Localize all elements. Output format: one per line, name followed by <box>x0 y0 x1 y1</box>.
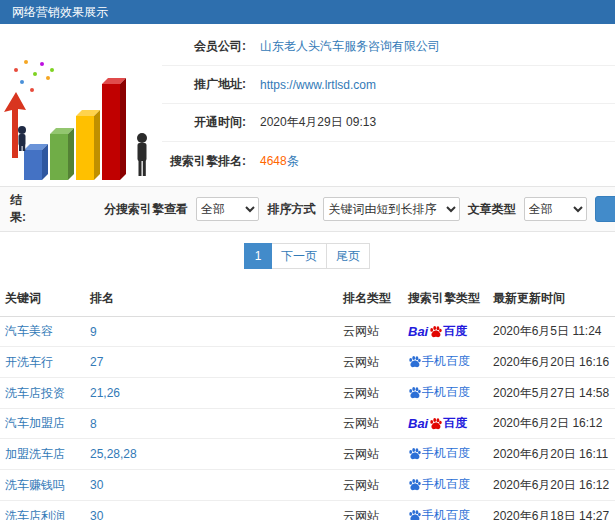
promo-url-label: 推广地址: <box>162 76 246 93</box>
engine-cell: 手机百度 <box>408 357 470 371</box>
submit-button[interactable]: 提交 <box>595 196 615 222</box>
table-row: 开洗车行 27 云网站 手机百度 2020年6月20日 16:16 <box>0 347 615 378</box>
info-row-rank-count: 搜索引擎排名: 4648 条 <box>162 142 615 180</box>
engine-cell: 手机百度 <box>408 388 470 402</box>
keyword-link[interactable]: 洗车赚钱吗 <box>5 478 65 492</box>
baidu-paw-icon <box>429 325 442 338</box>
filter-bar: 结果: 分搜索引擎查看 全部 排序方式 关键词由短到长排序 文章类型 全部 提交 <box>0 186 615 232</box>
next-page-button[interactable]: 下一页 <box>271 243 327 269</box>
keyword-link[interactable]: 洗车店利润 <box>5 509 65 520</box>
rank-count-label: 搜索引擎排名: <box>162 153 246 170</box>
baidu-paw-icon <box>408 355 421 368</box>
update-time: 2020年6月20日 16:12 <box>493 478 609 492</box>
header-engine-type: 搜索引擎类型 <box>403 281 488 317</box>
table-row: 洗车赚钱吗 30 云网站 手机百度 2020年6月20日 16:12 <box>0 470 615 501</box>
article-type-select[interactable]: 全部 <box>524 197 587 221</box>
update-time: 2020年6月18日 14:27 <box>493 509 609 520</box>
keyword-link[interactable]: 开洗车行 <box>5 355 53 369</box>
page-number-current[interactable]: 1 <box>244 243 272 269</box>
table-row: 汽车加盟店 8 云网站 Bai百度 2020年6月2日 16:12 <box>0 409 615 439</box>
bar-chart-image <box>2 26 160 182</box>
rank-value: 25,28,28 <box>90 447 137 461</box>
baidu-paw-icon <box>408 509 421 520</box>
rank-value: 21,26 <box>90 386 120 400</box>
engine-cell: Bai百度 <box>408 325 467 339</box>
engine-filter-label: 分搜索引擎查看 <box>104 201 188 218</box>
page-title-bar: 网络营销效果展示 <box>0 0 615 24</box>
sort-select[interactable]: 关键词由短到长排序 <box>323 197 459 221</box>
mobile-baidu-logo: 手机百度 <box>408 384 470 401</box>
pagination: 1 下一页 尾页 <box>0 232 615 281</box>
mobile-baidu-logo: 手机百度 <box>408 476 470 493</box>
baidu-paw-icon <box>408 478 421 491</box>
rank-type: 云网站 <box>343 386 379 400</box>
rank-type: 云网站 <box>343 447 379 461</box>
header-update-time: 最新更新时间 <box>488 281 615 317</box>
company-label: 会员公司: <box>162 38 246 55</box>
update-time: 2020年6月20日 16:11 <box>493 447 608 461</box>
article-type-label: 文章类型 <box>468 201 516 218</box>
table-row: 加盟洗车店 25,28,28 云网站 手机百度 2020年6月20日 16:11 <box>0 439 615 470</box>
rank-value: 30 <box>90 509 103 520</box>
mobile-baidu-logo: 手机百度 <box>408 353 470 370</box>
filter-controls: 分搜索引擎查看 全部 排序方式 关键词由短到长排序 文章类型 全部 提交 <box>104 196 615 222</box>
keyword-link[interactable]: 汽车加盟店 <box>5 416 65 430</box>
rank-type: 云网站 <box>343 355 379 369</box>
update-time: 2020年6月5日 11:24 <box>493 324 602 338</box>
rank-type: 云网站 <box>343 324 379 338</box>
rank-type: 云网站 <box>343 416 379 430</box>
mobile-baidu-logo: 手机百度 <box>408 507 470 520</box>
keyword-link[interactable]: 加盟洗车店 <box>5 447 65 461</box>
baidu-paw-icon <box>408 447 421 460</box>
rank-value: 9 <box>90 325 97 339</box>
baidu-paw-icon <box>408 386 421 399</box>
info-row-url: 推广地址: https://www.lrtlsd.com <box>162 66 615 104</box>
table-row: 洗车店利润 30 云网站 手机百度 2020年6月18日 14:27 <box>0 501 615 520</box>
update-time: 2020年6月2日 16:12 <box>493 416 602 430</box>
company-link[interactable]: 山东老人头汽车服务咨询有限公司 <box>260 38 440 55</box>
open-time-label: 开通时间: <box>162 114 246 131</box>
rank-count-value: 4648 <box>260 154 287 168</box>
engine-cell: 手机百度 <box>408 449 470 463</box>
rank-value: 27 <box>90 355 103 369</box>
header-rank-type: 排名类型 <box>338 281 403 317</box>
sort-label: 排序方式 <box>267 201 315 218</box>
table-row: 汽车美容 9 云网站 Bai百度 2020年6月5日 11:24 <box>0 317 615 347</box>
engine-cell: Bai百度 <box>408 417 467 431</box>
engine-cell: 手机百度 <box>408 480 470 494</box>
rank-value: 30 <box>90 478 103 492</box>
open-time-value: 2020年4月29日 09:13 <box>260 114 376 131</box>
header-keyword: 关键词 <box>0 281 85 317</box>
info-row-open-time: 开通时间: 2020年4月29日 09:13 <box>162 104 615 142</box>
rank-count-unit: 条 <box>287 153 299 170</box>
baidu-paw-icon <box>429 417 442 430</box>
engine-cell: 手机百度 <box>408 511 470 520</box>
result-label: 结果: <box>10 192 26 226</box>
table-row: 洗车店投资 21,26 云网站 手机百度 2020年5月27日 14:58 <box>0 378 615 409</box>
table-header-row: 关键词 排名 排名类型 搜索引擎类型 最新更新时间 <box>0 281 615 317</box>
summary-section: 会员公司: 山东老人头汽车服务咨询有限公司 推广地址: https://www.… <box>0 24 615 186</box>
info-row-company: 会员公司: 山东老人头汽车服务咨询有限公司 <box>162 28 615 66</box>
engine-filter-select[interactable]: 全部 <box>196 197 259 221</box>
chart-illustration <box>0 24 162 186</box>
promo-url-link[interactable]: https://www.lrtlsd.com <box>260 78 376 92</box>
update-time: 2020年6月20日 16:16 <box>493 355 609 369</box>
mobile-baidu-logo: 手机百度 <box>408 445 470 462</box>
baidu-logo: Bai百度 <box>408 323 467 340</box>
rank-type: 云网站 <box>343 509 379 520</box>
member-info-panel: 会员公司: 山东老人头汽车服务咨询有限公司 推广地址: https://www.… <box>162 24 615 186</box>
table-body: 汽车美容 9 云网站 Bai百度 2020年6月5日 11:24 开洗车行 27… <box>0 317 615 520</box>
keyword-link[interactable]: 洗车店投资 <box>5 386 65 400</box>
last-page-button[interactable]: 尾页 <box>326 243 370 269</box>
rank-type: 云网站 <box>343 478 379 492</box>
page-title: 网络营销效果展示 <box>12 4 108 21</box>
rank-value: 8 <box>90 417 97 431</box>
keyword-link[interactable]: 汽车美容 <box>5 324 53 338</box>
keyword-rank-table: 关键词 排名 排名类型 搜索引擎类型 最新更新时间 汽车美容 9 云网站 Bai… <box>0 281 615 520</box>
header-rank: 排名 <box>85 281 338 317</box>
update-time: 2020年5月27日 14:58 <box>493 386 609 400</box>
baidu-logo: Bai百度 <box>408 415 467 432</box>
